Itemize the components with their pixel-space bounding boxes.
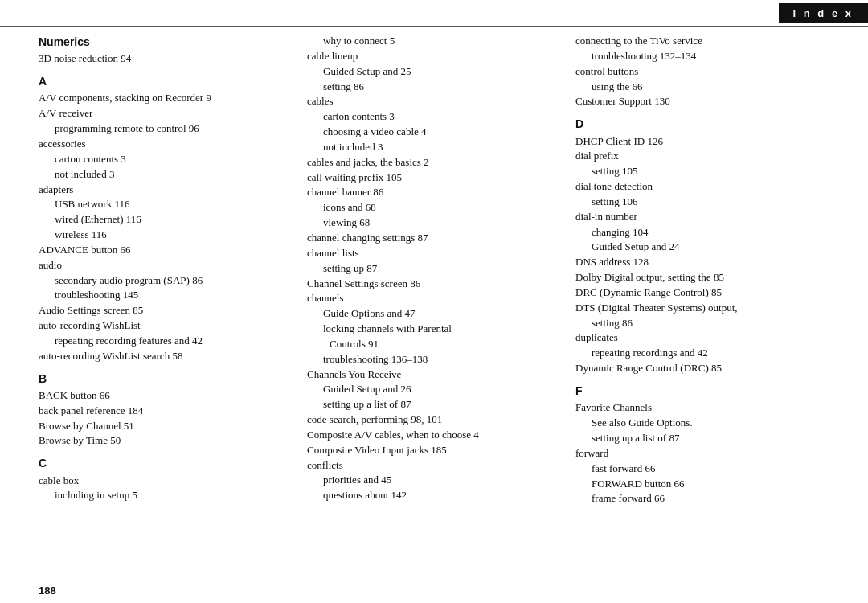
index-entry: code search, performing 98, 101 — [307, 412, 561, 428]
index-entry: repeating recording features and 42 — [39, 334, 293, 349]
index-entry: viewing 68 — [307, 215, 561, 231]
index-entry: not included 3 — [307, 140, 561, 155]
index-entry: Browse by Channel 51 — [39, 419, 293, 434]
index-entry: secondary audio program (SAP) 86 — [39, 273, 293, 289]
index-entry: cable box — [39, 474, 293, 489]
section-head-F: F — [575, 383, 829, 399]
index-entry: DRC (Dynamic Range Control) 85 — [575, 285, 829, 301]
index-entry: FORWARD button 66 — [575, 477, 829, 492]
index-entry: auto-recording WishList — [39, 318, 293, 334]
column-3: connecting to the TiVo servicetroublesho… — [575, 34, 829, 580]
index-entry: USB network 116 — [39, 197, 293, 212]
index-entry: carton contents 3 — [307, 109, 561, 125]
index-entry: DTS (Digital Theater Systems) output, — [575, 301, 829, 316]
index-entry: setting up a list of 87 — [307, 397, 561, 412]
index-entry: carton contents 3 — [39, 152, 293, 167]
index-entry: back panel reference 184 — [39, 404, 293, 419]
index-entry: adapters — [39, 183, 293, 198]
index-entry: frame forward 66 — [575, 491, 829, 507]
index-entry: BACK button 66 — [39, 388, 293, 404]
index-entry: dial tone detection — [575, 179, 829, 195]
index-entry: setting up a list of 87 — [575, 431, 829, 446]
index-entry: channels — [307, 291, 561, 306]
page-number: 188 — [39, 585, 56, 597]
index-entry: channel banner 86 — [307, 185, 561, 200]
index-entry: conflicts — [307, 458, 561, 474]
index-entry: choosing a video cable 4 — [307, 125, 561, 140]
index-entry: auto-recording WishList search 58 — [39, 349, 293, 364]
index-entry: troubleshooting 132–134 — [575, 49, 829, 64]
index-entry: Dynamic Range Control (DRC) 85 — [575, 361, 829, 376]
index-entry: icons and 68 — [307, 200, 561, 215]
index-entry: programming remote to control 96 — [39, 121, 293, 137]
index-entry: locking channels with Parental — [307, 322, 561, 337]
index-entry: why to connect 5 — [307, 34, 561, 49]
index-entry: setting up 87 — [307, 261, 561, 277]
index-entry: accessories — [39, 137, 293, 152]
index-entry: Guided Setup and 26 — [307, 382, 561, 397]
index-entry: forward — [575, 446, 829, 461]
index-entry: duplicates — [575, 330, 829, 346]
index-entry: cables — [307, 94, 561, 109]
index-entry: priorities and 45 — [307, 473, 561, 488]
index-entry: ADVANCE button 66 — [39, 243, 293, 258]
index-entry: Favorite Channels — [575, 400, 829, 416]
index-entry: Guided Setup and 25 — [307, 64, 561, 80]
section-head-Numerics: Numerics — [39, 34, 293, 50]
top-rule — [0, 26, 868, 27]
section-head-A: A — [39, 73, 293, 89]
columns: Numerics3D noise reduction 94AA/V compon… — [39, 34, 829, 580]
content-area: Numerics3D noise reduction 94AA/V compon… — [39, 34, 829, 580]
index-entry: setting 86 — [575, 316, 829, 331]
index-entry: wired (Ethernet) 116 — [39, 212, 293, 228]
index-entry: A/V receiver — [39, 106, 293, 121]
section-head-C: C — [39, 455, 293, 471]
index-entry: Audio Settings screen 85 — [39, 303, 293, 318]
index-entry: including in setup 5 — [39, 488, 293, 503]
top-bar: I n d e x — [0, 0, 868, 26]
index-entry: cable lineup — [307, 49, 561, 64]
index-entry: Composite A/V cables, when to choose 4 — [307, 428, 561, 443]
column-1: Numerics3D noise reduction 94AA/V compon… — [39, 34, 307, 580]
index-entry: questions about 142 — [307, 488, 561, 503]
section-head-D: D — [575, 116, 829, 132]
index-entry: wireless 116 — [39, 228, 293, 243]
section-head-B: B — [39, 371, 293, 387]
index-entry: cables and jacks, the basics 2 — [307, 155, 561, 170]
index-entry: troubleshooting 136–138 — [307, 352, 561, 367]
index-entry: Channels You Receive — [307, 367, 561, 383]
index-entry: Guide Options and 47 — [307, 306, 561, 322]
index-entry: setting 105 — [575, 164, 829, 179]
index-entry: Controls 91 — [307, 337, 561, 352]
index-entry: audio — [39, 258, 293, 273]
index-entry: channel changing settings 87 — [307, 231, 561, 246]
index-entry: A/V components, stacking on Recorder 9 — [39, 91, 293, 106]
index-entry: Composite Video Input jacks 185 — [307, 443, 561, 458]
index-entry: Dolby Digital output, setting the 85 — [575, 270, 829, 285]
index-entry: Customer Support 130 — [575, 94, 829, 109]
index-entry: setting 106 — [575, 195, 829, 210]
index-entry: 3D noise reduction 94 — [39, 51, 293, 67]
index-entry: DNS address 128 — [575, 255, 829, 270]
index-entry: troubleshooting 145 — [39, 288, 293, 303]
index-entry: See also Guide Options. — [575, 416, 829, 431]
index-entry: not included 3 — [39, 167, 293, 183]
index-entry: DHCP Client ID 126 — [575, 134, 829, 150]
index-entry: control buttons — [575, 64, 829, 80]
index-entry: dial prefix — [575, 149, 829, 164]
index-entry: fast forward 66 — [575, 461, 829, 477]
column-2: why to connect 5cable lineupGuided Setup… — [307, 34, 575, 580]
index-entry: channel lists — [307, 246, 561, 261]
index-entry: connecting to the TiVo service — [575, 34, 829, 49]
index-entry: changing 104 — [575, 225, 829, 240]
index-entry: using the 66 — [575, 80, 829, 95]
index-entry: setting 86 — [307, 80, 561, 95]
index-entry: repeating recordings and 42 — [575, 346, 829, 361]
index-entry: Browse by Time 50 — [39, 433, 293, 449]
index-entry: Guided Setup and 24 — [575, 240, 829, 255]
index-entry: call waiting prefix 105 — [307, 170, 561, 186]
index-entry: Channel Settings screen 86 — [307, 277, 561, 292]
index-entry: dial-in number — [575, 210, 829, 225]
index-badge: I n d e x — [779, 3, 868, 23]
